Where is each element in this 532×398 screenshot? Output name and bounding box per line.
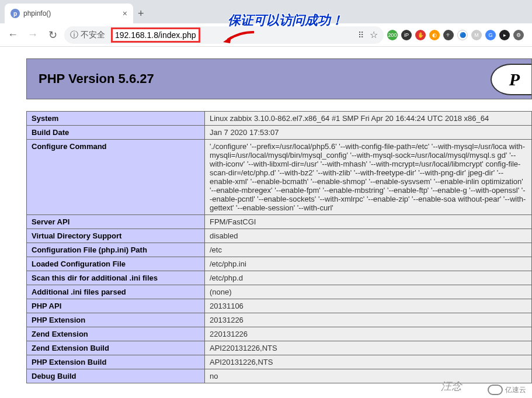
row-value: /etc (205, 243, 532, 257)
row-key: Additional .ini files parsed (27, 285, 205, 299)
translate-icon[interactable]: ⠿ (358, 30, 364, 40)
phpinfo-table: SystemLinux zabbix 3.10.0-862.el7.x86_64… (26, 111, 532, 383)
page-title: PHP Version 5.6.27 (39, 71, 154, 86)
row-value: Linux zabbix 3.10.0-862.el7.x86_64 #1 SM… (205, 112, 532, 126)
row-key: Build Date (27, 126, 205, 140)
cloud-icon (488, 385, 503, 395)
table-row: Scan this dir for additional .ini files/… (27, 271, 532, 285)
row-key: Scan this dir for additional .ini files (27, 271, 205, 285)
corner-logo: 亿速云 (488, 385, 526, 395)
table-row: Zend Extension BuildAPI220131226,NTS (27, 341, 532, 355)
row-key: System (27, 112, 205, 126)
table-row: Server APIFPM/FastCGI (27, 215, 532, 229)
php-logo: P (491, 64, 531, 95)
site-info-button[interactable]: ⓘ 不安全 (70, 30, 105, 40)
url-text: 192.168.1.8/index.php (115, 30, 196, 40)
row-key: PHP Extension Build (27, 355, 205, 369)
insecure-label: 不安全 (81, 30, 105, 40)
info-icon: ⓘ (70, 30, 78, 40)
row-key: Configure Command (27, 140, 205, 215)
browser-tab[interactable]: p phpinfo() × (5, 4, 133, 23)
row-value: API220131226,NTS (205, 341, 532, 355)
watermark-text: 汪念 (441, 379, 462, 393)
table-row: Build DateJan 7 2020 17:53:07 (27, 126, 532, 140)
row-value: 20131226 (205, 313, 532, 327)
row-value: './configure' '--prefix=/usr/local/php5.… (205, 140, 532, 215)
table-row: PHP API20131106 (27, 299, 532, 313)
row-key: PHP Extension (27, 313, 205, 327)
row-key: Zend Extension (27, 327, 205, 341)
row-value: FPM/FastCGI (205, 215, 532, 229)
row-key: PHP API (27, 299, 205, 313)
url-highlight-box: 192.168.1.8/index.php (111, 27, 200, 43)
forward-button[interactable]: → (25, 27, 41, 43)
tab-title: phpinfo() (23, 9, 119, 18)
row-key: Virtual Directory Support (27, 229, 205, 243)
reload-button[interactable]: ↻ (44, 27, 61, 43)
extension-icon[interactable]: iP (401, 30, 412, 40)
table-row: Zend Extension220131226 (27, 327, 532, 341)
extension-icon[interactable]: ᯤ (443, 30, 454, 40)
row-value: 20131106 (205, 299, 532, 313)
extensions-area: 200 iP ✋ ◐ ᯤ 🔵 M G ▸ ⚙ (387, 30, 527, 40)
extension-badge[interactable]: 200 (387, 30, 398, 40)
row-value: Jan 7 2020 17:53:07 (205, 126, 532, 140)
table-row: PHP Extension BuildAPI20131226,NTS (27, 355, 532, 369)
row-key: Server API (27, 215, 205, 229)
extension-icon[interactable]: G (485, 30, 496, 40)
table-row: Additional .ini files parsed(none) (27, 285, 532, 299)
back-button[interactable]: ← (5, 27, 21, 43)
extension-icon[interactable]: 🔵 (457, 30, 468, 40)
extension-icon[interactable]: ◐ (429, 30, 440, 40)
row-value: disabled (205, 229, 532, 243)
phpinfo-header: PHP Version 5.6.27 P (26, 58, 532, 99)
row-value: 220131226 (205, 327, 532, 341)
row-value: API20131226,NTS (205, 355, 532, 369)
row-value: (none) (205, 285, 532, 299)
row-value: /etc/php.d (205, 271, 532, 285)
corner-logo-text: 亿速云 (505, 385, 526, 395)
bookmark-icon[interactable]: ☆ (370, 29, 378, 40)
row-value: /etc/php.ini (205, 257, 532, 271)
extension-icon[interactable]: M (471, 30, 482, 40)
extension-icon[interactable]: ▸ (499, 30, 510, 40)
annotation-arrow-icon (222, 29, 257, 49)
tab-favicon: p (11, 9, 20, 18)
page-content: PHP Version 5.6.27 P SystemLinux zabbix … (0, 47, 532, 383)
table-row: Configuration File (php.ini) Path/etc (27, 243, 532, 257)
annotation-text: 保证可以访问成功！ (228, 12, 343, 29)
table-row: Virtual Directory Supportdisabled (27, 229, 532, 243)
row-key: Debug Build (27, 369, 205, 383)
table-row: SystemLinux zabbix 3.10.0-862.el7.x86_64… (27, 112, 532, 126)
close-icon[interactable]: × (123, 9, 127, 18)
row-key: Loaded Configuration File (27, 257, 205, 271)
table-row: Configure Command'./configure' '--prefix… (27, 140, 532, 215)
row-value: no (205, 369, 532, 383)
table-row: Loaded Configuration File/etc/php.ini (27, 257, 532, 271)
row-key: Configuration File (php.ini) Path (27, 243, 205, 257)
adblock-icon[interactable]: ✋ (415, 30, 426, 40)
table-row: PHP Extension20131226 (27, 313, 532, 327)
new-tab-button[interactable]: + (138, 8, 144, 23)
row-key: Zend Extension Build (27, 341, 205, 355)
extension-icon[interactable]: ⚙ (513, 30, 524, 40)
